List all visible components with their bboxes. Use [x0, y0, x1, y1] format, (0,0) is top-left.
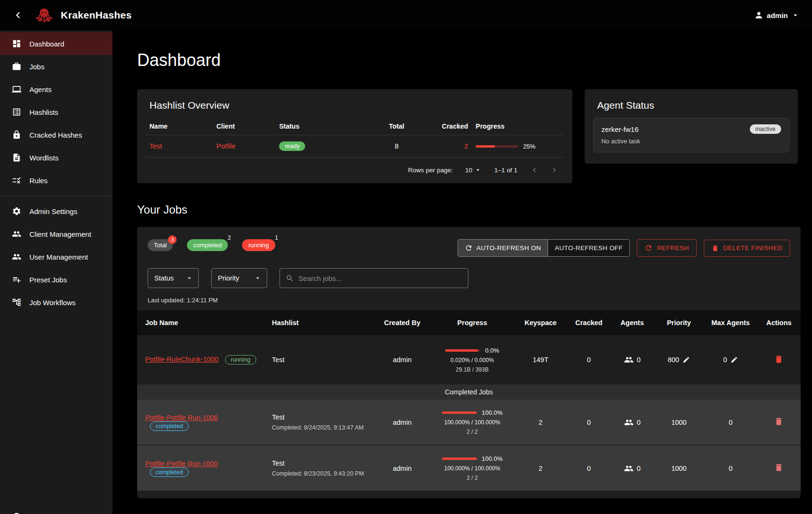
column-header: Progress	[472, 118, 564, 135]
top-app-bar: KrakenHashes admin	[0, 0, 812, 30]
filter-chip-running[interactable]: running 1	[242, 239, 275, 251]
hashlist-name-link[interactable]: Test	[149, 142, 162, 150]
sidebar-item-user-management[interactable]: User Management	[0, 245, 112, 268]
trash-icon	[774, 463, 784, 472]
column-header: Status	[275, 118, 372, 135]
refresh-button[interactable]: REFRESH	[637, 239, 696, 257]
hashlist-cracked: 2	[422, 135, 472, 158]
priority-filter-select[interactable]: Priority	[211, 268, 267, 288]
prev-page-button[interactable]	[530, 165, 539, 175]
edit-priority-button[interactable]	[682, 356, 690, 364]
user-menu[interactable]: admin	[754, 10, 800, 20]
table-pagination: Rows per page: 10 1–1 of 1	[146, 158, 564, 178]
search-input[interactable]	[299, 274, 462, 282]
chevron-down-icon	[474, 166, 482, 174]
job-max-agents: 0	[704, 445, 757, 491]
sidebar-item-label: Cracked Hashes	[29, 131, 82, 139]
agent-status-title: Agent Status	[593, 99, 789, 118]
sidebar-item-label: Jobs	[29, 63, 45, 71]
sidebar-item-jobs[interactable]: Jobs	[0, 55, 112, 78]
filter-chip-total[interactable]: Total 3	[148, 239, 173, 251]
progress-label: 25%	[523, 143, 535, 150]
rows-per-page-select[interactable]: 10	[465, 166, 482, 174]
agent-item[interactable]: zerker-fw16 inactive No active task	[593, 118, 789, 152]
job-agents: 0	[614, 418, 651, 427]
hashlist-client-link[interactable]: Potfile	[216, 142, 235, 150]
briefcase-icon	[12, 62, 21, 71]
sidebar-item-cracked-hashes[interactable]: Cracked Hashes	[0, 123, 112, 146]
job-agents: 0	[614, 464, 651, 473]
column-header: Name	[146, 118, 213, 135]
sidebar-item-hashlists[interactable]: Hashlists	[0, 101, 112, 123]
workflow-icon	[12, 298, 21, 307]
trash-icon	[774, 355, 784, 364]
sidebar-item-preset-jobs[interactable]: Preset Jobs	[0, 268, 112, 291]
sidebar-item-label: Wordlists	[29, 154, 58, 162]
job-completed-date: Completed: 8/23/2025, 9:43:20 PM	[272, 470, 371, 477]
app-title: KrakenHashes	[61, 9, 132, 21]
delete-job-button[interactable]	[774, 463, 784, 472]
sidebar-item-rules[interactable]: Rules	[0, 169, 112, 192]
job-progress: 0.0% 0.020% / 0.000% 29.1B / 393B	[433, 347, 511, 373]
sidebar-item-client-management[interactable]: Client Management	[0, 223, 112, 245]
job-name-link[interactable]: Potfile-Potfile Run-1000	[145, 414, 218, 421]
job-created-by: admin	[374, 335, 430, 384]
running-count-badge: 1	[275, 234, 278, 241]
job-hashlist: Test	[272, 459, 371, 467]
column-header: Priority	[654, 310, 704, 335]
chevron-right-icon	[550, 165, 559, 175]
auto-refresh-on-button[interactable]: AUTO-REFRESH ON	[458, 240, 548, 256]
job-created-by: admin	[374, 445, 430, 491]
page-title: Dashboard	[137, 50, 798, 70]
job-row: Potfile-Potfile Run-1000 completed Test …	[137, 445, 801, 491]
next-page-button[interactable]	[550, 165, 559, 175]
refresh-icon	[644, 244, 653, 252]
job-progress: 100.0% 100.000% / 100.000% 2 / 2	[433, 409, 511, 435]
back-button[interactable]	[9, 6, 28, 25]
person-icon	[754, 10, 764, 20]
status-filter-select[interactable]: Status	[148, 268, 199, 288]
edit-max-agents-button[interactable]	[730, 356, 738, 364]
delete-job-button[interactable]	[774, 355, 784, 364]
people-icon	[624, 464, 634, 473]
auto-refresh-off-button[interactable]: AUTO-REFRESH OFF	[548, 240, 629, 256]
list-icon	[12, 107, 21, 117]
jobs-card: Total 3 completed 2 running 1	[137, 227, 801, 498]
filter-chip-completed[interactable]: completed 2	[187, 239, 228, 251]
job-name-link[interactable]: Potfile-RuleChunk-1000	[145, 355, 218, 363]
dashboard-icon	[12, 39, 21, 48]
people-icon	[624, 418, 634, 427]
sidebar-item-agents[interactable]: Agents	[0, 78, 112, 101]
sidebar-item-wordlists[interactable]: Wordlists	[0, 146, 112, 169]
sidebar-nav: Dashboard Jobs Agents Hashlists Cracked …	[0, 30, 112, 514]
playlist-icon	[12, 275, 21, 284]
pagination-range: 1–1 of 1	[494, 167, 517, 174]
search-box	[280, 268, 468, 288]
column-header: Cracked	[567, 310, 610, 335]
job-keyspace: 2	[514, 445, 567, 491]
job-priority: 800	[657, 356, 701, 364]
lock-icon	[12, 130, 21, 140]
hashlist-overview-table: Name Client Status Total Cracked Progres…	[146, 118, 564, 158]
rows-per-page-label: Rows per page:	[408, 167, 453, 174]
hashlist-total: 8	[372, 135, 422, 158]
sidebar-item-about[interactable]: About	[0, 505, 112, 514]
job-name-link[interactable]: Potfile-Potfile Run-1000	[145, 460, 218, 467]
document-icon	[12, 153, 21, 162]
delete-finished-button[interactable]: DELETE FINISHED	[704, 240, 790, 257]
delete-job-button[interactable]	[774, 417, 784, 426]
people-icon	[624, 355, 634, 364]
sidebar-divider	[0, 196, 112, 196]
sidebar-item-job-workflows[interactable]: Job Workflows	[0, 291, 112, 314]
chevron-down-icon	[791, 11, 800, 19]
job-row: Potfile-RuleChunk-1000 running Test admi…	[137, 335, 801, 384]
job-priority: 1000	[654, 400, 704, 445]
job-status-badge: running	[225, 355, 256, 364]
search-icon	[286, 274, 294, 283]
hashlist-overview-title: Hashlist Overview	[146, 99, 564, 118]
sidebar-item-label: Job Workflows	[29, 299, 75, 307]
last-updated-text: Last updated: 1:24:11 PM	[148, 297, 790, 304]
sidebar-item-admin-settings[interactable]: Admin Settings	[0, 200, 112, 223]
sidebar-item-dashboard[interactable]: Dashboard	[0, 32, 112, 55]
job-priority: 1000	[654, 445, 704, 491]
